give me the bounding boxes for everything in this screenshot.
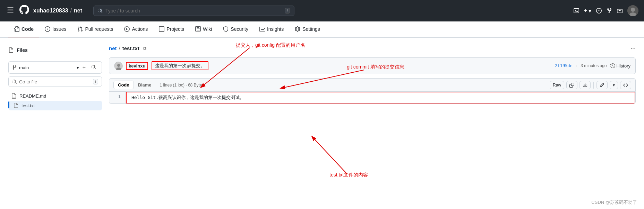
history-label: History [617, 63, 630, 69]
raw-button[interactable]: Raw [550, 81, 564, 89]
top-navigation: xuhao120833 / net / + ▾ [0, 0, 644, 21]
file-name: README.md [19, 93, 46, 99]
nav-item-security[interactable]: Security [217, 21, 254, 37]
issues-button[interactable] [596, 8, 602, 13]
username-link[interactable]: xuhao120833 [33, 8, 68, 14]
nav-projects-label: Projects [166, 26, 184, 32]
code-view: Code Blame 1 lines (1 loc) · 68 Bytes Ra… [109, 78, 636, 104]
nav-item-pullrequests[interactable]: Pull requests [72, 21, 119, 37]
divider [593, 82, 594, 89]
new-item-button[interactable]: + ▾ [584, 8, 591, 14]
go-to-file-shortcut: t [93, 79, 98, 84]
blame-tab[interactable]: Blame [134, 81, 156, 89]
code-tab[interactable]: Code [113, 81, 134, 89]
edit-button[interactable] [596, 81, 608, 89]
commit-avatar [114, 62, 122, 70]
branch-name: main [19, 65, 29, 70]
sidebar-title: Files [17, 47, 28, 53]
svg-point-4 [117, 64, 120, 67]
nav-code-label: Code [22, 26, 34, 32]
line-number: 1 [109, 92, 126, 103]
list-item[interactable]: test.txt [8, 101, 102, 110]
nav-item-insights[interactable]: Insights [254, 21, 289, 37]
nav-right-actions: + ▾ [574, 5, 638, 16]
main-layout: Files main ▾ + t README.md [0, 38, 644, 202]
add-branch-button[interactable]: + [80, 64, 88, 71]
search-branch-button[interactable] [89, 64, 98, 71]
copy-path-button[interactable]: ⧉ [141, 45, 148, 52]
breadcrumb-filename: test.txt [122, 45, 139, 51]
nav-item-projects[interactable]: Projects [153, 21, 190, 37]
nav-security-label: Security [231, 26, 248, 32]
nav-insights-label: Insights [267, 26, 284, 32]
go-to-file-input[interactable] [19, 79, 91, 84]
reponame-link[interactable]: net [74, 8, 82, 14]
commit-dot: · [576, 63, 577, 68]
branch-selector[interactable]: main ▾ + [8, 61, 102, 74]
more-edit-button[interactable]: ▾ [610, 81, 618, 89]
content-breadcrumb: net / test.txt ⧉ ··· [109, 45, 636, 52]
active-file-indicator [8, 101, 9, 108]
nav-pullrequests-label: Pull requests [85, 26, 113, 32]
commit-time: 3 minutes ago [581, 63, 607, 68]
line-content: Hello Git.很高兴认识你，这是我的第一次提交测试。 [126, 92, 635, 103]
copy-raw-button[interactable] [566, 81, 577, 89]
file-list: README.md test.txt [8, 91, 102, 110]
nav-item-wiki[interactable]: Wiki [190, 21, 217, 37]
github-logo [19, 5, 29, 17]
nav-actions-label: Actions [132, 26, 148, 32]
breadcrumb-sep: / [119, 45, 120, 51]
svg-point-1 [631, 8, 635, 12]
terminal-button[interactable] [574, 8, 579, 13]
search-bar: / [93, 6, 294, 16]
commit-author: kevinxu [126, 62, 148, 70]
list-item[interactable]: README.md [8, 91, 102, 101]
history-button[interactable]: History [610, 63, 630, 69]
search-icon [98, 8, 103, 13]
plus-icon: + [584, 8, 587, 14]
watermark: CSDN @苏苏码不动了 [591, 199, 637, 202]
raw-display-button[interactable] [620, 81, 631, 89]
commit-meta: 2f195de · 3 minutes ago History [555, 63, 630, 69]
avatar[interactable] [627, 5, 638, 16]
hamburger-button[interactable] [6, 5, 15, 17]
sidebar: Files main ▾ + t README.md [8, 45, 102, 195]
repo-breadcrumb: xuhao120833 / net [33, 8, 82, 14]
file-name: test.txt [22, 103, 35, 108]
nav-wiki-label: Wiki [203, 26, 212, 32]
nav-item-code[interactable]: Code [8, 21, 39, 37]
more-options-button[interactable]: ··· [630, 45, 636, 52]
code-block: 1 Hello Git.很高兴认识你，这是我的第一次提交测试。 [109, 92, 636, 104]
breadcrumb-repo-link[interactable]: net [109, 45, 117, 51]
code-info: 1 lines (1 loc) · 68 Bytes [160, 83, 204, 88]
code-line: 1 Hello Git.很高兴认识你，这是我的第一次提交测试。 [109, 92, 635, 103]
sidebar-header: Files [8, 45, 102, 56]
nav-item-issues[interactable]: Issues [39, 21, 72, 37]
go-to-file[interactable]: t [8, 76, 102, 87]
download-button[interactable] [579, 81, 591, 89]
commit-message: 这是我的第一次git提交。 [152, 61, 208, 70]
fork-button[interactable] [607, 8, 612, 13]
nav-item-actions[interactable]: Actions [119, 21, 153, 37]
commit-sha[interactable]: 2f195de [555, 63, 573, 68]
search-input[interactable] [105, 8, 282, 13]
chevron-down-icon: ▾ [77, 65, 79, 70]
breadcrumb-sep: / [70, 8, 72, 14]
nav-item-settings[interactable]: Settings [289, 21, 326, 37]
inbox-button[interactable] [617, 8, 622, 13]
nav-issues-label: Issues [52, 26, 66, 32]
nav-settings-label: Settings [302, 26, 320, 32]
file-content: net / test.txt ⧉ ··· kevinxu 这是我的第一次git提… [109, 45, 636, 195]
commit-row: kevinxu 这是我的第一次git提交。 2f195de · 3 minute… [109, 57, 636, 74]
code-toolbar: Code Blame 1 lines (1 loc) · 68 Bytes Ra… [109, 78, 636, 92]
dropdown-icon: ▾ [589, 8, 591, 14]
search-shortcut: / [285, 8, 290, 13]
repo-navigation: Code Issues Pull requests Actions Projec… [0, 21, 644, 38]
